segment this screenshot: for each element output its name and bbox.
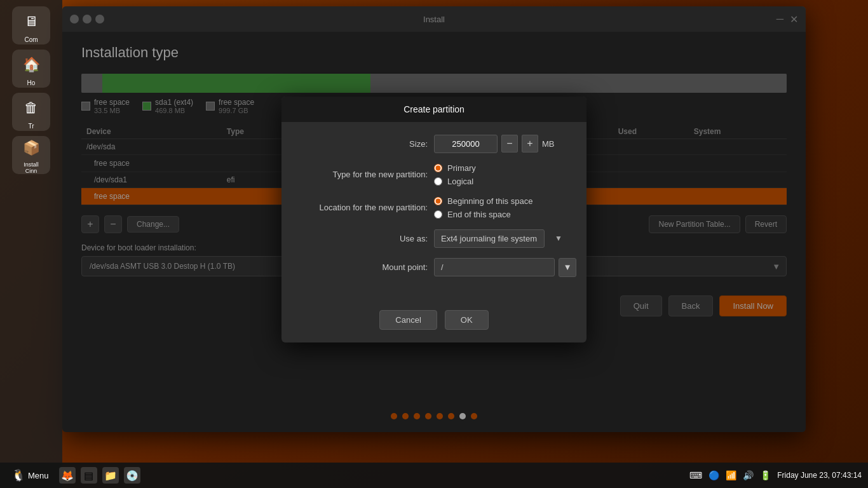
wifi-icon[interactable]: 📶 xyxy=(726,470,736,480)
bluetooth-icon[interactable]: 🔵 xyxy=(709,470,719,480)
partition-location-group: Beginning of this space End of this spac… xyxy=(434,196,532,219)
home-icon: 🏠 xyxy=(18,51,44,78)
trash-icon: 🗑 xyxy=(18,95,44,121)
location-end-option[interactable]: End of this space xyxy=(434,210,532,219)
location-beginning-option[interactable]: Beginning of this space xyxy=(434,196,532,206)
disk-icon: 💿 xyxy=(126,470,139,482)
keyboard-icon[interactable]: ⌨ xyxy=(689,470,702,480)
mount-point-row: Mount point: ▼ xyxy=(301,258,567,277)
sidebar-item-label: Ho xyxy=(27,79,36,86)
ubuntu-icon: 🐧 xyxy=(11,468,25,482)
size-input[interactable] xyxy=(434,135,498,153)
sidebar-item-computer[interactable]: 🖥 Com xyxy=(12,6,50,44)
use-as-label: Use as: xyxy=(301,234,428,243)
taskbar-firefox-btn[interactable]: 🦊 xyxy=(59,467,76,484)
size-decrease-btn[interactable]: − xyxy=(501,135,518,152)
files-icon: 📁 xyxy=(104,470,117,482)
type-primary-option[interactable]: Primary xyxy=(434,163,476,173)
location-row: Location for the new partition: Beginnin… xyxy=(301,196,567,219)
type-primary-label: Primary xyxy=(447,163,476,173)
chevron-down-icon: ▼ xyxy=(555,234,562,243)
taskbar-terminal-btn[interactable]: ▤ xyxy=(81,467,97,484)
taskbar-left: 🐧 Menu 🦊 ▤ 📁 💿 xyxy=(6,466,140,485)
size-row: Size: − + MB xyxy=(301,135,567,153)
computer-icon: 🖥 xyxy=(18,8,44,35)
taskbar-menu-btn[interactable]: 🐧 Menu xyxy=(6,466,54,485)
use-as-row: Use as: Ext4 journaling file system Ext3… xyxy=(301,229,567,248)
mount-point-input[interactable] xyxy=(434,258,555,276)
type-logical-option[interactable]: Logical xyxy=(434,177,476,186)
sidebar-item-install[interactable]: 📦 InstallCinn xyxy=(12,136,50,174)
cancel-button[interactable]: Cancel xyxy=(379,310,437,330)
sidebar-item-home[interactable]: 🏠 Ho xyxy=(12,50,50,88)
size-control-group: − + MB xyxy=(434,135,567,153)
taskbar: 🐧 Menu 🦊 ▤ 📁 💿 ⌨ 🔵 📶 🔊 🔋 Friday June 23,… xyxy=(0,463,868,488)
location-label: Location for the new partition: xyxy=(301,203,428,212)
main-window: Install ─ ✕ Installation type free space… xyxy=(62,6,806,432)
modal-footer: Cancel OK xyxy=(281,300,587,342)
sidebar-item-label: Com xyxy=(24,36,37,43)
type-logical-radio[interactable] xyxy=(434,177,442,186)
modal-header: Create partition xyxy=(281,97,587,122)
install-icon: 📦 xyxy=(18,136,44,160)
mount-point-control-group: ▼ xyxy=(434,258,576,277)
firefox-icon: 🦊 xyxy=(61,470,74,482)
size-label: Size: xyxy=(301,139,428,149)
partition-type-group: Primary Logical xyxy=(434,163,476,186)
mount-point-label: Mount point: xyxy=(301,262,428,272)
type-primary-radio[interactable] xyxy=(434,164,442,172)
taskbar-right: ⌨ 🔵 📶 🔊 🔋 Friday June 23, 07:43:14 xyxy=(689,470,862,480)
modal-body: Size: − + MB Type for the new partition: xyxy=(281,122,587,300)
ok-button[interactable]: OK xyxy=(445,310,489,330)
taskbar-datetime: Friday June 23, 07:43:14 xyxy=(777,471,862,480)
taskbar-disk-btn[interactable]: 💿 xyxy=(124,467,140,484)
location-beginning-label: Beginning of this space xyxy=(447,196,532,206)
modal-overlay: Create partition Size: − + MB Type for t… xyxy=(62,6,806,432)
location-end-label: End of this space xyxy=(447,210,511,219)
type-logical-label: Logical xyxy=(447,177,473,186)
terminal-icon: ▤ xyxy=(84,470,93,482)
taskbar-files-btn[interactable]: 📁 xyxy=(102,467,119,484)
size-unit: MB xyxy=(542,139,555,149)
type-label: Type for the new partition: xyxy=(301,170,428,179)
location-end-radio[interactable] xyxy=(434,210,442,219)
use-as-select[interactable]: Ext4 journaling file system Ext3 journal… xyxy=(434,229,545,248)
mount-point-dropdown-btn[interactable]: ▼ xyxy=(559,258,576,277)
use-as-select-wrapper: Ext4 journaling file system Ext3 journal… xyxy=(434,229,567,248)
create-partition-modal: Create partition Size: − + MB Type for t… xyxy=(281,97,587,342)
sidebar: 🖥 Com 🏠 Ho 🗑 Tr 📦 InstallCinn xyxy=(0,0,62,488)
menu-label: Menu xyxy=(28,471,49,480)
sidebar-item-label: InstallCinn xyxy=(24,161,39,174)
size-increase-btn[interactable]: + xyxy=(522,135,538,152)
volume-icon[interactable]: 🔊 xyxy=(743,470,754,480)
battery-icon[interactable]: 🔋 xyxy=(760,470,771,480)
sidebar-item-label: Tr xyxy=(28,123,34,130)
sidebar-item-trash[interactable]: 🗑 Tr xyxy=(12,93,50,131)
type-row: Type for the new partition: Primary Logi… xyxy=(301,163,567,186)
location-beginning-radio[interactable] xyxy=(434,197,442,205)
